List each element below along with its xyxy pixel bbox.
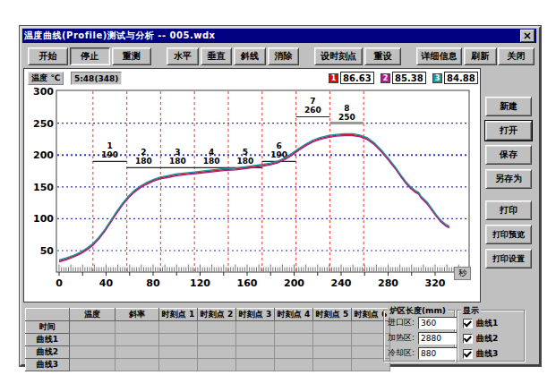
table-col-header: 斜率 bbox=[115, 309, 159, 321]
furnace-field-row: 冷却区:880 bbox=[388, 346, 458, 360]
furnace-zone-group: 炉区长度(mm) 进口区:360加热区:2880冷却区:880 bbox=[383, 310, 455, 362]
table-cell bbox=[198, 321, 236, 334]
toolbar-button-details[interactable]: 详细信息 bbox=[416, 47, 461, 65]
table-cell bbox=[275, 321, 313, 334]
table-cell bbox=[70, 359, 115, 371]
table-cell bbox=[159, 346, 198, 359]
furnace-field-row: 进口区:360 bbox=[388, 316, 458, 329]
svg-text:180: 180 bbox=[203, 157, 220, 166]
new-button[interactable]: 新建 bbox=[485, 97, 532, 116]
svg-text:8: 8 bbox=[344, 104, 349, 113]
toolbar-button-close[interactable]: 关闭 bbox=[498, 47, 535, 65]
svg-text:240: 240 bbox=[331, 277, 352, 289]
table-col-header: 温度 bbox=[70, 309, 115, 321]
close-icon[interactable] bbox=[520, 30, 535, 42]
svg-text:80: 80 bbox=[146, 277, 160, 289]
table-cell bbox=[313, 346, 352, 359]
cooling-zone-input[interactable]: 880 bbox=[418, 347, 458, 360]
display-option-row: 曲线1 bbox=[463, 317, 498, 329]
table-col-header: 时刻点 3 bbox=[236, 309, 275, 321]
toolbar-button-start[interactable]: 开始 bbox=[28, 47, 68, 65]
toolbar-button-diagonal[interactable]: 斜线 bbox=[234, 47, 265, 65]
svg-text:6: 6 bbox=[277, 141, 282, 150]
checkbox-curve3[interactable] bbox=[463, 349, 473, 359]
toolbar-button-refresh[interactable]: 刷新 bbox=[464, 47, 497, 65]
table-col-header bbox=[26, 309, 70, 321]
table-cell bbox=[275, 359, 313, 371]
svg-text:50: 50 bbox=[40, 245, 55, 257]
table-cell bbox=[313, 321, 352, 334]
table-cell bbox=[70, 346, 115, 359]
chart-panel: 温度 ℃ 5:48(348) 186.63285.38384.88 119021… bbox=[23, 68, 481, 303]
table-cell bbox=[159, 321, 198, 334]
table-cell bbox=[275, 334, 313, 346]
cooling-zone-label: 冷却区: bbox=[388, 347, 418, 359]
open-button[interactable]: 打开 bbox=[485, 121, 532, 141]
table-row-header: 时间 bbox=[26, 321, 70, 334]
table-cell bbox=[198, 346, 236, 359]
table-col-header: 时刻点 2 bbox=[198, 309, 236, 321]
table-cell bbox=[115, 321, 159, 334]
table-row-header: 曲线3 bbox=[26, 359, 70, 371]
titlebar[interactable]: 温度曲线(Profile)测试与分析 -- 005.wdx bbox=[22, 29, 536, 43]
svg-text:180: 180 bbox=[169, 157, 186, 166]
curve3-label: 曲线3 bbox=[476, 348, 498, 360]
bottom-panel: 温度斜率时刻点 1时刻点 2时刻点 3时刻点 4时刻点 5时刻点 6时间曲线1曲… bbox=[23, 303, 537, 361]
svg-text:4: 4 bbox=[209, 148, 214, 157]
toolbar-button-reset[interactable]: 重设 bbox=[364, 47, 401, 65]
table-cell bbox=[275, 346, 313, 359]
svg-text:180: 180 bbox=[237, 157, 254, 166]
svg-text:320: 320 bbox=[425, 277, 446, 289]
svg-text:40: 40 bbox=[99, 277, 114, 289]
display-group-label: 显示 bbox=[461, 305, 481, 317]
heating-zone-input[interactable]: 2880 bbox=[418, 332, 458, 345]
save-button[interactable]: 保存 bbox=[485, 145, 532, 165]
table-cell bbox=[70, 321, 115, 334]
toolbar-button-vertical[interactable]: 垂直 bbox=[201, 47, 232, 65]
table-cell bbox=[198, 359, 236, 371]
toolbar-button-erase[interactable]: 消除 bbox=[268, 47, 299, 65]
checkbox-curve2[interactable] bbox=[463, 334, 473, 344]
profile-chart: 1190218031804180518061907260825004080120… bbox=[24, 69, 482, 303]
table-cell bbox=[159, 359, 198, 371]
checkbox-curve1[interactable] bbox=[463, 319, 473, 328]
toolbar-button-stop[interactable]: 停止 bbox=[70, 47, 110, 65]
x-unit-label: 秒 bbox=[454, 267, 471, 280]
table-cell bbox=[115, 359, 159, 371]
heating-zone-label: 加热区: bbox=[388, 332, 418, 344]
table-cell bbox=[115, 334, 159, 346]
svg-text:180: 180 bbox=[135, 157, 152, 166]
svg-text:100: 100 bbox=[33, 213, 54, 225]
file-button-panel: 新建打开保存另存为打印打印预览打印设置 bbox=[481, 68, 535, 303]
measurement-table: 温度斜率时刻点 1时刻点 2时刻点 3时刻点 4时刻点 5时刻点 6时间曲线1曲… bbox=[25, 308, 390, 371]
display-option-row: 曲线3 bbox=[463, 347, 498, 360]
svg-text:250: 250 bbox=[33, 118, 54, 130]
table-cell bbox=[236, 334, 275, 346]
svg-text:160: 160 bbox=[237, 277, 258, 289]
toolbar-button-set-time-point[interactable]: 设时刻点 bbox=[314, 47, 363, 65]
svg-text:7: 7 bbox=[310, 97, 315, 106]
svg-text:280: 280 bbox=[378, 277, 398, 289]
table-cell bbox=[115, 346, 159, 359]
print-button[interactable]: 打印 bbox=[485, 200, 532, 220]
curve2-label: 曲线2 bbox=[476, 333, 498, 345]
toolbar-button-retest[interactable]: 重测 bbox=[112, 47, 152, 65]
svg-text:0: 0 bbox=[56, 277, 63, 289]
toolbar-button-horizontal[interactable]: 水平 bbox=[167, 47, 198, 65]
save-as-button[interactable]: 另存为 bbox=[485, 169, 532, 189]
svg-text:3: 3 bbox=[175, 148, 180, 157]
window-title: 温度曲线(Profile)测试与分析 -- 005.wdx bbox=[24, 30, 216, 42]
toolbar: 开始停止重测水平垂直斜线消除设时刻点重设详细信息刷新关闭 bbox=[23, 46, 535, 67]
table-cell bbox=[198, 334, 236, 346]
svg-text:200: 200 bbox=[284, 277, 304, 289]
print-preview-button[interactable]: 打印预览 bbox=[485, 225, 532, 244]
svg-text:120: 120 bbox=[190, 277, 210, 289]
svg-text:200: 200 bbox=[33, 149, 54, 161]
display-group: 显示 曲线1曲线2曲线3 bbox=[457, 310, 525, 362]
table-cell bbox=[236, 321, 275, 334]
print-setup-button[interactable]: 打印设置 bbox=[485, 249, 532, 268]
svg-text:190: 190 bbox=[101, 150, 118, 159]
table-row-header: 曲线2 bbox=[26, 346, 70, 359]
desktop: 温度曲线(Profile)测试与分析 -- 005.wdx 开始停止重测水平垂直… bbox=[0, 0, 556, 392]
entrance-zone-input[interactable]: 360 bbox=[418, 317, 458, 329]
